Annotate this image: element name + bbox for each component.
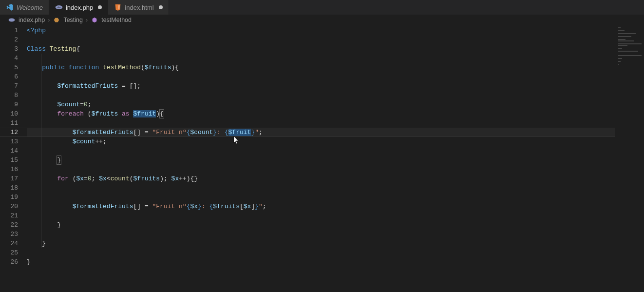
- line-number: 21: [0, 211, 18, 220]
- line-number: 24: [0, 239, 18, 248]
- code-line[interactable]: for ($x=0; $x<count($fruits); $x++){}: [27, 174, 615, 183]
- code-line[interactable]: [27, 193, 615, 202]
- modified-dot-icon: [98, 5, 102, 9]
- minimap[interactable]: [615, 25, 644, 292]
- breadcrumb-file[interactable]: index.php: [19, 17, 45, 23]
- php-icon: [8, 16, 16, 24]
- code-line[interactable]: [27, 211, 615, 220]
- line-number: 16: [0, 165, 18, 174]
- line-number: 7: [0, 81, 18, 91]
- line-number: 8: [0, 91, 18, 100]
- breadcrumb-method[interactable]: testMethod: [101, 17, 132, 23]
- code-line[interactable]: $formattedFriuts[] = "Fruit nº{$count}: …: [27, 128, 615, 137]
- code-line[interactable]: }: [27, 239, 615, 248]
- line-number: 9: [0, 100, 18, 109]
- line-number: 17: [0, 174, 18, 183]
- method-symbol-icon: [91, 16, 98, 24]
- html-icon: [114, 3, 122, 11]
- code-editor[interactable]: 1234567891011121314151617181920212223242…: [0, 25, 644, 292]
- code-line[interactable]: [27, 72, 615, 81]
- line-number: 5: [0, 63, 18, 72]
- svg-point-2: [9, 19, 15, 22]
- line-number: 2: [0, 35, 18, 44]
- code-line[interactable]: [27, 54, 615, 63]
- code-line[interactable]: }: [27, 257, 615, 267]
- code-line[interactable]: Class Testing{: [27, 44, 615, 54]
- line-number: 22: [0, 220, 18, 230]
- line-number: 18: [0, 183, 18, 193]
- code-line[interactable]: <?php: [27, 26, 615, 35]
- line-number: 15: [0, 156, 18, 165]
- code-line[interactable]: [27, 248, 615, 257]
- tab-bar: Welcome php index.php index.html: [0, 0, 644, 15]
- tab-welcome[interactable]: Welcome: [0, 0, 49, 15]
- tab-index-html[interactable]: index.html: [108, 0, 169, 15]
- code-line[interactable]: $count++;: [27, 137, 615, 146]
- code-line[interactable]: [27, 35, 615, 44]
- code-content[interactable]: <?phpClass Testing{ public function test…: [27, 25, 615, 292]
- line-number: 14: [0, 146, 18, 156]
- modified-dot-icon: [159, 5, 163, 9]
- line-number: 3: [0, 44, 18, 54]
- line-number: 13: [0, 137, 18, 146]
- code-line[interactable]: }: [27, 220, 615, 230]
- chevron-right-icon: ›: [48, 17, 50, 23]
- line-number: 20: [0, 202, 18, 211]
- tab-label: Welcome: [17, 4, 43, 11]
- breadcrumb-class[interactable]: Testing: [63, 17, 83, 23]
- line-number-gutter: 1234567891011121314151617181920212223242…: [0, 25, 27, 292]
- line-number: 19: [0, 193, 18, 202]
- code-line[interactable]: }: [27, 156, 615, 165]
- line-number: 25: [0, 248, 18, 257]
- chevron-right-icon: ›: [86, 17, 88, 23]
- code-line[interactable]: [27, 165, 615, 174]
- line-number: 23: [0, 230, 18, 239]
- code-line[interactable]: $formattedFriuts = [];: [27, 81, 615, 91]
- line-number: 4: [0, 54, 18, 63]
- line-number: 1: [0, 26, 18, 35]
- code-line[interactable]: $count=0;: [27, 100, 615, 109]
- code-line[interactable]: [27, 230, 615, 239]
- tab-label: index.html: [125, 4, 153, 11]
- line-number: 11: [0, 118, 18, 128]
- line-number: 6: [0, 72, 18, 81]
- code-line[interactable]: foreach ($fruits as $fruit){: [27, 109, 615, 118]
- tab-label: index.php: [66, 4, 93, 11]
- code-line[interactable]: [27, 91, 615, 100]
- tab-index-php[interactable]: php index.php: [49, 0, 108, 15]
- vscode-icon: [6, 3, 14, 11]
- code-line[interactable]: [27, 146, 615, 156]
- code-line[interactable]: [27, 118, 615, 128]
- code-line[interactable]: [27, 183, 615, 193]
- line-number: 26: [0, 257, 18, 267]
- code-line[interactable]: public function testMethod($fruits){: [27, 63, 615, 72]
- line-number: 10: [0, 109, 18, 118]
- line-number: 12: [0, 128, 18, 137]
- class-symbol-icon: [53, 16, 60, 24]
- svg-text:php: php: [57, 6, 61, 8]
- php-icon: php: [55, 3, 63, 11]
- breadcrumb[interactable]: index.php › Testing › testMethod: [0, 15, 644, 25]
- code-line[interactable]: $formattedFriuts[] = "Fruit nº{$x}: {$fr…: [27, 202, 615, 211]
